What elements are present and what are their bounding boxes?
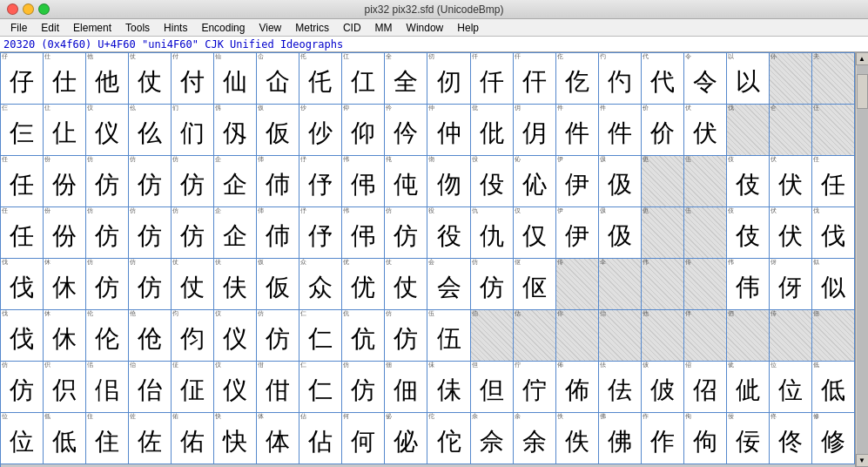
- font-cell-23[interactable]: 仫仫: [129, 105, 172, 156]
- menu-item-encoding[interactable]: Encoding: [194, 20, 252, 36]
- scroll-up-button[interactable]: ▲: [856, 52, 869, 65]
- font-cell-9[interactable]: 全全: [385, 53, 427, 105]
- font-cell-35[interactable]: 价价: [642, 105, 684, 156]
- font-cell-31[interactable]: 仳仳: [471, 105, 514, 156]
- font-cell-79[interactable]: 伐伐: [812, 207, 855, 259]
- font-cell-43[interactable]: 仿仿: [129, 156, 172, 207]
- font-cell-90[interactable]: 会会: [427, 259, 470, 310]
- font-cell-124[interactable]: 佂佂: [172, 362, 214, 413]
- font-cell-69[interactable]: 仿仿: [385, 207, 427, 259]
- font-cell-10[interactable]: 仞仞: [427, 53, 470, 105]
- font-cell-125[interactable]: 仪仪: [214, 362, 257, 413]
- font-cell-99[interactable]: 似似: [812, 259, 855, 310]
- font-cell-6[interactable]: 仚仚: [257, 53, 299, 105]
- font-cell-105[interactable]: 仪仪: [214, 310, 257, 362]
- font-cell-39[interactable]: 仼: [812, 105, 855, 156]
- font-cell-119[interactable]: 佃: [812, 310, 855, 362]
- font-cell-83[interactable]: 仿仿: [129, 259, 172, 310]
- font-cell-44[interactable]: 仿仿: [172, 156, 214, 207]
- scrollbar-track[interactable]: [857, 65, 868, 454]
- font-cell-21[interactable]: 仩仩: [44, 105, 86, 156]
- font-cell-33[interactable]: 件件: [556, 105, 599, 156]
- font-cell-140[interactable]: 位位: [1, 413, 44, 464]
- font-cell-138[interactable]: 位位: [770, 362, 812, 413]
- font-cell-17[interactable]: 以以: [727, 53, 770, 105]
- font-cell-41[interactable]: 份份: [44, 156, 86, 207]
- font-cell-85[interactable]: 伕伕: [214, 259, 257, 310]
- font-cell-132[interactable]: 佇佇: [514, 362, 556, 413]
- font-cell-58[interactable]: 伏伏: [770, 156, 812, 207]
- menu-item-edit[interactable]: Edit: [34, 20, 66, 36]
- font-cell-139[interactable]: 低低: [812, 362, 855, 413]
- font-cell-59[interactable]: 任任: [812, 156, 855, 207]
- font-cell-158[interactable]: 佟佟: [770, 413, 812, 464]
- font-cell-86[interactable]: 仮仮: [257, 259, 299, 310]
- font-cell-0[interactable]: 仔仔: [1, 53, 44, 105]
- font-cell-49[interactable]: 伅伅: [385, 156, 427, 207]
- font-cell-82[interactable]: 仿仿: [86, 259, 129, 310]
- font-cell-104[interactable]: 伨伨: [172, 310, 214, 362]
- font-cell-42[interactable]: 仿仿: [86, 156, 129, 207]
- font-cell-148[interactable]: 何何: [342, 413, 385, 464]
- font-cell-103[interactable]: 伧伧: [129, 310, 172, 362]
- font-cell-62[interactable]: 仿仿: [86, 207, 129, 259]
- font-cell-135[interactable]: 佊佊: [642, 362, 684, 413]
- menu-item-window[interactable]: Window: [400, 20, 451, 36]
- font-cell-63[interactable]: 仿仿: [129, 207, 172, 259]
- font-cell-66[interactable]: 伂伂: [257, 207, 299, 259]
- font-cell-57[interactable]: 伎伎: [727, 156, 770, 207]
- font-cell-123[interactable]: 佁佁: [129, 362, 172, 413]
- font-cell-13[interactable]: 仡仡: [556, 53, 599, 105]
- font-cell-146[interactable]: 体体: [257, 413, 299, 464]
- font-cell-145[interactable]: 快快: [214, 413, 257, 464]
- font-cell-20[interactable]: 仨仨: [1, 105, 44, 156]
- font-cell-156[interactable]: 佝佝: [684, 413, 727, 464]
- font-cell-87[interactable]: 众众: [299, 259, 342, 310]
- menu-item-tools[interactable]: Tools: [118, 20, 157, 36]
- font-cell-152[interactable]: 余余: [514, 413, 556, 464]
- close-button[interactable]: [7, 3, 18, 15]
- font-grid-area[interactable]: 仔仔仕仕他他仗仗付付仙仙仚仚仛仛仜仜全全仞仞仟仟仠仠仡仡仢仢代代令令以以仦夫仨仨…: [0, 52, 855, 467]
- font-cell-76[interactable]: 伍: [684, 207, 727, 259]
- font-cell-56[interactable]: 伍: [684, 156, 727, 207]
- font-cell-67[interactable]: 伃伃: [299, 207, 342, 259]
- font-cell-101[interactable]: 休休: [44, 310, 86, 362]
- menu-item-metrics[interactable]: Metrics: [288, 20, 336, 36]
- font-cell-75[interactable]: 伌: [642, 207, 684, 259]
- font-cell-5[interactable]: 仙仙: [214, 53, 257, 105]
- font-cell-4[interactable]: 付付: [172, 53, 214, 105]
- font-cell-61[interactable]: 份份: [44, 207, 86, 259]
- font-cell-131[interactable]: 但但: [471, 362, 514, 413]
- font-cell-37[interactable]: 伐: [727, 105, 770, 156]
- font-cell-3[interactable]: 仗仗: [129, 53, 172, 105]
- font-cell-109[interactable]: 仿仿: [385, 310, 427, 362]
- font-cell-141[interactable]: 低低: [44, 413, 86, 464]
- menu-item-hints[interactable]: Hints: [157, 20, 194, 36]
- font-cell-72[interactable]: 仅仅: [514, 207, 556, 259]
- font-cell-122[interactable]: 佀佀: [86, 362, 129, 413]
- font-cell-136[interactable]: 佋佋: [684, 362, 727, 413]
- font-cell-121[interactable]: 伿伿: [44, 362, 86, 413]
- font-cell-96[interactable]: 传: [684, 259, 727, 310]
- font-cell-77[interactable]: 伎伎: [727, 207, 770, 259]
- font-cell-88[interactable]: 优优: [342, 259, 385, 310]
- scrollbar-thumb[interactable]: [857, 74, 868, 109]
- font-cell-32[interactable]: 仴仴: [514, 105, 556, 156]
- font-cell-91[interactable]: 仿仿: [471, 259, 514, 310]
- font-cell-97[interactable]: 伟伟: [727, 259, 770, 310]
- font-cell-8[interactable]: 仜仜: [342, 53, 385, 105]
- font-cell-40[interactable]: 任任: [1, 156, 44, 207]
- font-cell-84[interactable]: 仗仗: [172, 259, 214, 310]
- font-cell-19[interactable]: 夫: [812, 53, 855, 105]
- font-cell-54[interactable]: 伋伋: [599, 156, 642, 207]
- font-cell-149[interactable]: 佖佖: [385, 413, 427, 464]
- font-cell-71[interactable]: 仇仇: [471, 207, 514, 259]
- font-cell-100[interactable]: 伐伐: [1, 310, 44, 362]
- font-cell-137[interactable]: 佌佌: [727, 362, 770, 413]
- font-cell-95[interactable]: 伟: [642, 259, 684, 310]
- font-cell-52[interactable]: 伈伈: [514, 156, 556, 207]
- menu-item-element[interactable]: Element: [66, 20, 118, 36]
- font-cell-108[interactable]: 伉伉: [342, 310, 385, 362]
- menu-item-cid[interactable]: CID: [336, 20, 368, 36]
- font-cell-46[interactable]: 伂伂: [257, 156, 299, 207]
